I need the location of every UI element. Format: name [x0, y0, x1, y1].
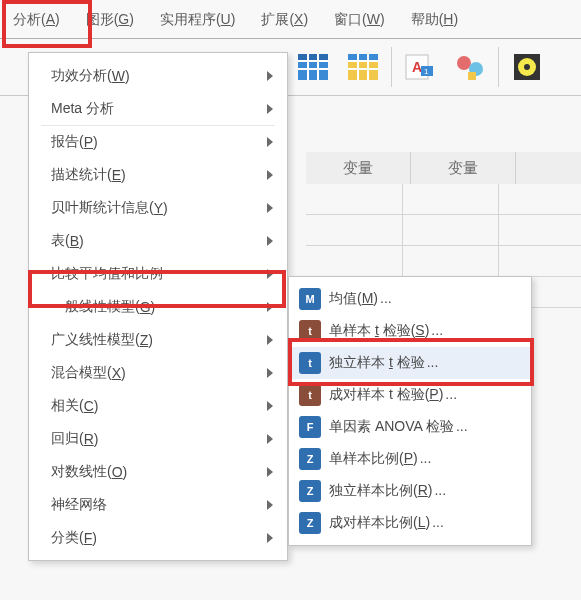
svg-rect-2 — [298, 60, 328, 62]
menu-item[interactable]: 表(B) — [29, 224, 287, 257]
menubar: 分析(A) 图形(G) 实用程序(U) 扩展(X) 窗口(W) 帮助(H) — [0, 0, 581, 39]
menu-graphs[interactable]: 图形(G) — [73, 0, 147, 38]
submenu-item[interactable]: F单因素 ANOVA 检验 — [289, 411, 531, 443]
submenu-item[interactable]: Z成对样本比例(L) — [289, 507, 531, 539]
submenu-item[interactable]: M均值(M) — [289, 283, 531, 315]
toolbar-target-icon[interactable] — [506, 46, 548, 88]
menu-analyze[interactable]: 分析(A) — [0, 0, 73, 38]
svg-rect-3 — [298, 68, 328, 70]
toolbar-shapes-icon[interactable] — [449, 46, 491, 88]
col-header[interactable]: 变量 — [411, 152, 516, 184]
submenu-item[interactable]: t独立样本 t 检验 — [289, 347, 531, 379]
col-header[interactable] — [516, 152, 581, 184]
menu-item[interactable]: 贝叶斯统计信息(Y) — [29, 191, 287, 224]
toolbar-label-icon[interactable]: A1 — [399, 46, 441, 88]
menu-window[interactable]: 窗口(W) — [321, 0, 398, 38]
stat-icon: Z — [299, 480, 321, 502]
svg-rect-5 — [317, 54, 319, 80]
menu-item[interactable]: 对数线性(O) — [29, 455, 287, 488]
stat-icon: t — [299, 352, 321, 374]
svg-rect-4 — [307, 54, 309, 80]
submenu-label: 单样本比例(P) — [329, 450, 431, 468]
menu-item[interactable]: 功效分析(W) — [29, 59, 287, 92]
submenu-label: 独立样本 t 检验 — [329, 354, 438, 372]
toolbar-separator — [498, 47, 499, 87]
menu-item[interactable]: 描述统计(E) — [29, 158, 287, 191]
submenu-label: 成对样本比例(L) — [329, 514, 444, 532]
svg-rect-18 — [468, 72, 476, 80]
menu-utilities[interactable]: 实用程序(U) — [147, 0, 248, 38]
submenu-label: 成对样本 t 检验(P) — [329, 386, 457, 404]
toolbar-table-blue-icon[interactable] — [292, 46, 334, 88]
menu-item[interactable]: 一般线性模型(G) — [29, 290, 287, 323]
svg-point-21 — [524, 64, 530, 70]
svg-text:1: 1 — [424, 67, 429, 76]
submenu-item[interactable]: t成对样本 t 检验(P) — [289, 379, 531, 411]
svg-rect-9 — [348, 68, 378, 70]
compare-means-submenu: M均值(M)t单样本 t 检验(S)t独立样本 t 检验t成对样本 t 检验(P… — [288, 276, 532, 546]
svg-text:A: A — [412, 59, 422, 75]
submenu-label: 独立样本比例(R) — [329, 482, 446, 500]
svg-rect-8 — [348, 60, 378, 62]
toolbar-separator — [391, 47, 392, 87]
svg-rect-10 — [357, 54, 359, 80]
svg-rect-7 — [348, 54, 378, 61]
menu-item[interactable]: 相关(C) — [29, 389, 287, 422]
stat-icon: t — [299, 384, 321, 406]
submenu-item[interactable]: Z单样本比例(P) — [289, 443, 531, 475]
submenu-label: 单因素 ANOVA 检验 — [329, 418, 468, 436]
menu-item[interactable]: Meta 分析 — [29, 92, 287, 125]
stat-icon: Z — [299, 448, 321, 470]
stat-icon: M — [299, 288, 321, 310]
menu-item[interactable]: 广义线性模型(Z) — [29, 323, 287, 356]
analyze-menu: 功效分析(W)Meta 分析报告(P)描述统计(E)贝叶斯统计信息(Y)表(B)… — [28, 52, 288, 561]
submenu-item[interactable]: Z独立样本比例(R) — [289, 475, 531, 507]
menu-item[interactable]: 神经网络 — [29, 488, 287, 521]
stat-icon: Z — [299, 512, 321, 534]
stat-icon: F — [299, 416, 321, 438]
svg-rect-1 — [298, 54, 328, 61]
menu-extensions[interactable]: 扩展(X) — [248, 0, 321, 38]
toolbar-table-yellow-icon[interactable] — [342, 46, 384, 88]
svg-point-16 — [457, 56, 471, 70]
submenu-item[interactable]: t单样本 t 检验(S) — [289, 315, 531, 347]
menu-item[interactable]: 比较平均值和比例 — [29, 257, 287, 290]
menu-item[interactable]: 回归(R) — [29, 422, 287, 455]
column-headers: 变量 变量 — [306, 152, 581, 184]
stat-icon: t — [299, 320, 321, 342]
menu-help[interactable]: 帮助(H) — [398, 0, 471, 38]
col-header[interactable]: 变量 — [306, 152, 411, 184]
menu-item[interactable]: 报告(P) — [29, 125, 287, 158]
submenu-label: 均值(M) — [329, 290, 392, 308]
svg-rect-11 — [367, 54, 369, 80]
menu-item[interactable]: 分类(F) — [29, 521, 287, 554]
submenu-label: 单样本 t 检验(S) — [329, 322, 443, 340]
menu-item[interactable]: 混合模型(X) — [29, 356, 287, 389]
